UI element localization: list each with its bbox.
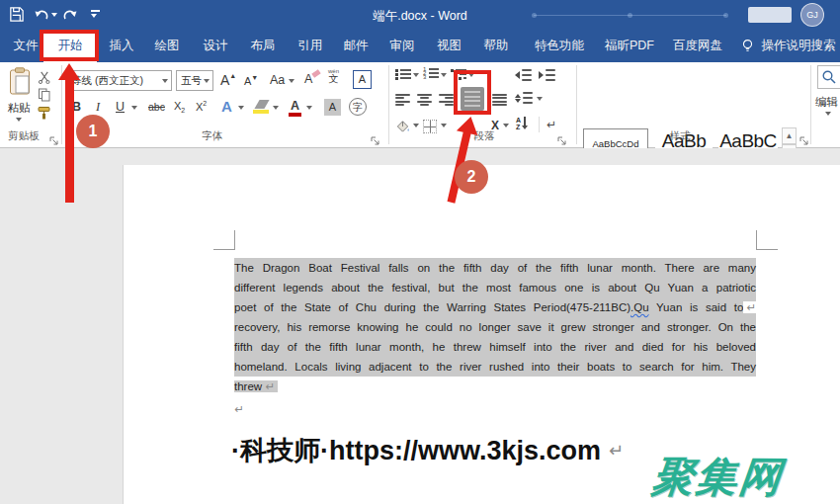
font-color-dropdown-icon[interactable] (306, 106, 312, 110)
decrease-indent-button[interactable] (515, 69, 532, 81)
tab-review[interactable]: 审阅 (384, 30, 420, 62)
borders-button[interactable] (423, 120, 437, 133)
empty-paragraph: ↵ (234, 399, 756, 419)
text-effects-button[interactable]: A (221, 98, 232, 115)
paragraph-line: different legends about the festival, bu… (234, 278, 756, 297)
spellcheck-wavy-underline: .Qu (630, 301, 649, 313)
margin-mark-right (756, 230, 757, 250)
lightbulb-icon (740, 38, 755, 57)
shading-dropdown-icon[interactable] (413, 124, 419, 127)
tab-layout[interactable]: 布局 (243, 30, 283, 62)
shrink-font-button[interactable]: A▼ (244, 74, 258, 87)
italic-button[interactable]: I (96, 100, 100, 115)
align-center-button[interactable] (417, 94, 432, 106)
text-effects-dropdown-icon[interactable] (238, 106, 244, 110)
enclose-characters-button[interactable]: 字 (349, 98, 367, 116)
tab-references[interactable]: 引用 (291, 30, 330, 62)
borders-dropdown-icon[interactable] (441, 124, 447, 127)
step2-callout: 2 (455, 160, 488, 194)
clipboard-icon (9, 81, 31, 98)
step1-callout: 1 (76, 115, 110, 148)
document-text-area[interactable]: The Dragon Boat Festival falls on the fi… (234, 258, 756, 419)
increase-indent-button[interactable] (539, 69, 555, 81)
margin-mark-left (213, 249, 235, 250)
tab-file[interactable]: 文件 (8, 30, 43, 62)
tab-special-features[interactable]: 特色功能 (529, 30, 590, 62)
cut-icon[interactable] (38, 70, 50, 88)
paragraph-line: The Dragon Boat Festival falls on the fi… (234, 258, 756, 278)
find-button[interactable] (817, 65, 840, 89)
sort-button[interactable]: AZ (516, 117, 528, 130)
step1-highlight-box (40, 30, 99, 61)
bullets-button[interactable] (395, 68, 411, 80)
paragraph-line: threw ↵ (234, 377, 756, 396)
highlighter-pen-icon (254, 100, 269, 109)
subscript-button[interactable]: X2 (174, 100, 185, 114)
font-dialog-launcher-icon[interactable] (371, 131, 379, 149)
paragraph-mark: ↵ (609, 441, 624, 461)
document-margin-area (0, 165, 123, 504)
styles-scroll-up-icon[interactable]: ▲ (782, 127, 797, 144)
tell-me-search[interactable]: 操作说明搜索 (757, 30, 840, 62)
underline-dropdown-icon[interactable] (131, 106, 137, 110)
shading-bucket-icon[interactable] (395, 119, 410, 137)
strikethrough-button[interactable]: abc (148, 101, 165, 113)
character-shading-button[interactable]: A (324, 99, 341, 116)
line-spacing-button[interactable] (515, 92, 533, 104)
highlight-button[interactable] (253, 100, 269, 114)
tab-baidu-netdisk[interactable]: 百度网盘 (667, 30, 728, 62)
editing-group-button[interactable]: 编辑 (815, 95, 840, 110)
font-size-combo[interactable]: 五号 (176, 70, 213, 91)
avatar[interactable]: GJ (800, 3, 824, 27)
font-color-button[interactable]: A (289, 99, 301, 117)
paragraph-dialog-launcher-icon[interactable] (557, 131, 566, 149)
document-title: 端午.docx - Word (0, 8, 840, 25)
align-right-button[interactable] (439, 94, 454, 106)
tab-help[interactable]: 帮助 (478, 30, 514, 62)
ribbon: 粘贴 剪贴板 等线 (西文正文) 五号 A▲ A▼ Aa A wén 文 A B… (0, 62, 840, 148)
site-signature-text: ·科技师·https://www.3kjs.com↵ (231, 433, 624, 468)
highlight-dropdown-icon[interactable] (273, 106, 279, 110)
font-name-combo[interactable]: 等线 (西文正文) (66, 70, 172, 91)
line-break-mark: ↵ (743, 301, 756, 313)
format-painter-icon[interactable] (37, 106, 51, 125)
paste-dropdown-icon[interactable] (16, 118, 22, 122)
grow-font-button[interactable]: A▲ (220, 72, 236, 88)
clipboard-group-label: 剪贴板 (2, 129, 45, 143)
underline-button[interactable]: U (116, 100, 125, 114)
tab-draw[interactable]: 绘图 (147, 30, 187, 62)
distribute-button[interactable] (492, 94, 507, 106)
phonetic-guide-button[interactable]: wén 文 (328, 68, 339, 84)
tab-insert[interactable]: 插入 (103, 30, 140, 62)
margin-mark-right (756, 249, 778, 250)
font-group-label: 字体 (188, 129, 237, 143)
change-case-dropdown-icon[interactable] (289, 79, 294, 83)
line-spacing-dropdown-icon[interactable] (537, 97, 543, 101)
editing-dropdown-icon[interactable] (825, 112, 831, 116)
character-border-button[interactable]: A (353, 70, 372, 89)
show-marks-button[interactable]: ↵ (546, 118, 556, 131)
superscript-button[interactable]: X2 (196, 100, 207, 113)
numbering-button[interactable]: 1 2 3 (423, 67, 439, 79)
paste-button[interactable] (9, 67, 31, 99)
numbering-dropdown-icon[interactable] (441, 73, 447, 77)
paragraph-line: poet of the State of Chu during the Warr… (234, 297, 756, 317)
tab-view[interactable]: 视图 (432, 30, 466, 62)
tab-design[interactable]: 设计 (196, 30, 235, 62)
tab-foxit-pdf[interactable]: 福昕PDF (600, 30, 659, 62)
clipboard-dialog-launcher-icon[interactable] (49, 131, 58, 149)
paste-label[interactable]: 粘贴 (2, 101, 36, 116)
eraser-icon (311, 69, 320, 78)
align-left-button[interactable] (395, 94, 410, 106)
clear-formatting-button[interactable]: A (304, 72, 312, 86)
bullets-dropdown-icon[interactable] (413, 73, 419, 77)
user-name-redacted (748, 7, 792, 23)
asian-layout-dropdown-icon[interactable] (503, 124, 509, 127)
search-icon (821, 71, 837, 88)
word-window: 端午.docx - Word GJ 文件 开始 插入 绘图 设计 布局 引用 邮… (0, 0, 840, 504)
copy-icon[interactable] (38, 88, 51, 106)
styles-dialog-launcher-icon[interactable] (799, 131, 808, 149)
watermark: 聚集网 (649, 450, 786, 504)
change-case-button[interactable]: Aa (270, 73, 285, 87)
tab-mailings[interactable]: 邮件 (338, 30, 374, 62)
